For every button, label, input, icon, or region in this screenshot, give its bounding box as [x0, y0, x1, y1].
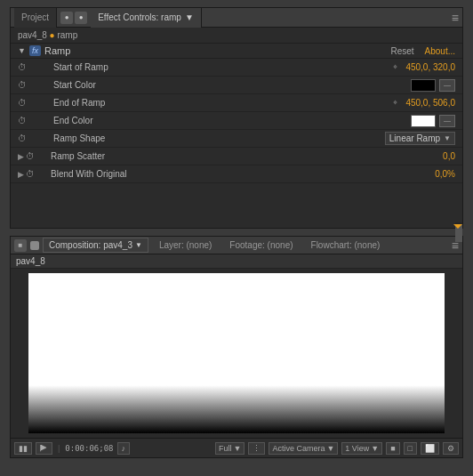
grid-btn[interactable]: ⋮ [248, 442, 265, 455]
start-color-chain[interactable]: ― [439, 79, 455, 92]
prop-row-start-color: ⏱ Start Color ― [11, 77, 462, 94]
scroll-indicator [453, 224, 462, 229]
timecode-display: 0:00:06;08 [65, 444, 113, 453]
ramp-shape-dropdown[interactable]: Linear Ramp ▼ [385, 132, 455, 145]
breadcrumb: pav4_8 ● ramp [11, 28, 462, 44]
blend-original-label: Blend With Original [36, 169, 435, 179]
panel-header: Project ● ● Effect Controls: ramp ▼ ≡ [11, 8, 462, 28]
end-of-ramp-value: ⌖ 450,0, 506,0 [388, 98, 455, 109]
start-of-ramp-label: Start of Ramp [28, 62, 388, 72]
canvas-area [11, 269, 462, 438]
stopwatch-icon-start-color[interactable]: ⏱ [18, 80, 28, 90]
comp-icon: ■ [14, 239, 27, 252]
zoom-label: Full [219, 444, 232, 453]
icon-btn-2[interactable]: ● [75, 12, 87, 24]
stopwatch-icon-ramp-shape[interactable]: ⏱ [18, 133, 28, 143]
end-color-value: ― [411, 115, 455, 127]
ramp-scatter-value: 0,0 [443, 151, 455, 161]
tab-effect-controls[interactable]: Effect Controls: ramp ▼ [91, 8, 202, 28]
end-of-ramp-label: End of Ramp [28, 98, 388, 108]
comp-icon2 [30, 241, 39, 250]
coord-icon-end: ⌖ [388, 98, 402, 109]
camera-label: Active Camera [272, 444, 325, 453]
prop-row-blend-original: ▶ ⏱ Blend With Original 0,0% [11, 165, 462, 183]
stopwatch-icon-ramp-scatter[interactable]: ⏱ [26, 151, 36, 161]
scrollbar[interactable] [455, 222, 462, 228]
zoom-dropdown[interactable]: Full ▼ [215, 442, 245, 455]
layout-btn3[interactable]: ⬜ [421, 442, 439, 455]
ramp-scatter-label: Ramp Scatter [36, 151, 443, 161]
end-color-label: End Color [28, 116, 411, 125]
breadcrumb-comp: ramp [57, 30, 77, 40]
collapse-arrow[interactable]: ▼ [18, 46, 26, 55]
view-arrow: ▼ [371, 444, 379, 453]
comp-tab-arrow[interactable]: ▼ [135, 241, 142, 249]
tab-flowchart[interactable]: Flowchart: (none) [304, 240, 388, 250]
end-color-chain[interactable]: ― [439, 115, 455, 127]
end-of-ramp-coords[interactable]: 450,0, 506,0 [405, 98, 455, 108]
footer-div1: | [56, 444, 61, 453]
effect-controls-right: Reset About... [390, 46, 455, 56]
breadcrumb-file: pav4_8 [18, 30, 47, 40]
start-color-value: ― [411, 79, 455, 92]
comp-tab-label: Composition: pav4_3 [49, 240, 132, 250]
stopwatch-icon-start-ramp[interactable]: ⏱ [18, 62, 28, 72]
end-color-swatch[interactable] [411, 115, 436, 127]
gradient-preview [28, 273, 445, 433]
reset-button[interactable]: Reset [390, 46, 413, 56]
stopwatch-icon-blend[interactable]: ⏱ [26, 169, 36, 179]
audio-btn[interactable]: ♪ [117, 442, 131, 455]
tab-icons: ● ● [60, 12, 87, 24]
start-of-ramp-coords[interactable]: 450,0, 320,0 [405, 62, 455, 72]
effect-header: ▼ fx Ramp Reset About... [11, 44, 462, 59]
expand-blend-original[interactable]: ▶ [18, 170, 24, 179]
zoom-arrow: ▼ [233, 444, 241, 453]
tab-dropdown-arrow[interactable]: ▼ [185, 12, 194, 22]
panel-menu-icon[interactable]: ≡ [452, 11, 459, 25]
ramp-shape-arrow: ▼ [444, 134, 451, 142]
effect-controls-panel: Project ● ● Effect Controls: ramp ▼ ≡ pa… [0, 7, 473, 458]
prop-row-end-of-ramp: ⏱ End of Ramp ⌖ 450,0, 506,0 [11, 94, 462, 112]
stopwatch-icon-end-color[interactable]: ⏱ [18, 116, 28, 125]
comp-header: ■ Composition: pav4_3 ▼ Layer: (none) Fo… [11, 237, 462, 254]
start-color-label: Start Color [28, 80, 411, 90]
start-of-ramp-value: ⌖ 450,0, 320,0 [388, 62, 455, 73]
ramp-shape-selected: Linear Ramp [389, 133, 440, 143]
settings-btn[interactable]: ⚙ [443, 442, 459, 455]
icon-btn-1[interactable]: ● [60, 12, 73, 24]
effect-name: Ramp [44, 45, 70, 56]
comp-name: pav4_8 [16, 256, 45, 266]
stopwatch-icon-end-ramp[interactable]: ⏱ [18, 98, 28, 108]
tab-composition[interactable]: Composition: pav4_3 ▼ [43, 238, 148, 253]
composition-panel: ■ Composition: pav4_3 ▼ Layer: (none) Fo… [10, 236, 463, 458]
coord-icon-start: ⌖ [388, 62, 402, 73]
comp-footer: ▮▮ ⯈ | 0:00:06;08 ♪ Full ▼ ⋮ Active Came… [11, 438, 462, 457]
blend-original-number[interactable]: 0,0% [435, 169, 455, 179]
prop-row-ramp-scatter: ▶ ⏱ Ramp Scatter 0,0 [11, 148, 462, 165]
canvas-inner [28, 273, 445, 433]
fx-badge: fx [29, 45, 41, 56]
view-label: 1 View [345, 444, 369, 453]
prop-row-ramp-shape: ⏱ Ramp Shape Linear Ramp ▼ [11, 130, 462, 148]
effect-title: ▼ fx Ramp [18, 45, 390, 56]
ramp-scatter-number[interactable]: 0,0 [443, 151, 455, 161]
view-dropdown[interactable]: 1 View ▼ [341, 442, 382, 455]
ramp-shape-value: Linear Ramp ▼ [385, 132, 455, 145]
blend-original-value: 0,0% [435, 169, 455, 179]
comp-name-bar: pav4_8 [11, 254, 462, 269]
layout-btn2[interactable]: □ [404, 442, 417, 455]
camera-dropdown[interactable]: Active Camera ▼ [269, 442, 338, 455]
tab-project[interactable]: Project [14, 8, 57, 28]
prop-row-end-color: ⏱ End Color ― [11, 112, 462, 130]
start-color-swatch[interactable] [411, 79, 436, 92]
layout-btn1[interactable]: ■ [386, 442, 399, 455]
expand-ramp-scatter[interactable]: ▶ [18, 152, 24, 161]
about-button[interactable]: About... [425, 46, 455, 56]
play-button[interactable]: ⯈ [36, 442, 52, 455]
ramp-shape-label: Ramp Shape [28, 133, 385, 143]
tab-layer[interactable]: Layer: (none) [152, 240, 219, 250]
camera-arrow: ▼ [326, 444, 334, 453]
playback-controls[interactable]: ▮▮ [14, 442, 32, 455]
prop-row-start-of-ramp: ⏱ Start of Ramp ⌖ 450,0, 320,0 [11, 59, 462, 77]
tab-footage[interactable]: Footage: (none) [222, 240, 300, 250]
